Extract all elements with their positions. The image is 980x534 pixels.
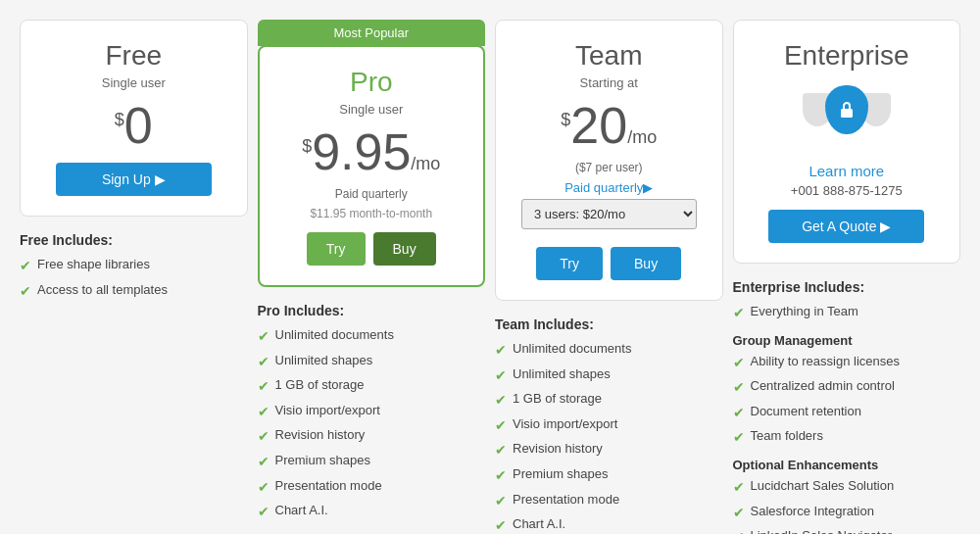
list-item: ✔Everything in Team — [733, 303, 961, 323]
free-plan-card: Free Single user $0 Sign Up ▶ — [20, 20, 248, 217]
check-icon: ✔ — [258, 403, 270, 422]
free-signup-button[interactable]: Sign Up ▶ — [56, 163, 212, 196]
enterprise-plan-card: Enterprise Learn more +001 888-875-1275 … — [733, 20, 961, 264]
check-icon: ✔ — [495, 366, 507, 386]
check-icon: ✔ — [258, 427, 270, 447]
pro-plan-name: Pro — [275, 67, 468, 98]
free-includes-title: Free Includes: — [20, 232, 248, 248]
check-icon: ✔ — [495, 466, 507, 486]
pro-buy-button[interactable]: Buy — [373, 232, 436, 266]
enterprise-plan-name: Enterprise — [750, 40, 945, 72]
team-plan-card: Team Starting at $20/mo ($7 per user) Pa… — [495, 20, 723, 301]
check-icon: ✔ — [733, 378, 745, 398]
check-icon: ✔ — [733, 478, 745, 498]
list-item: ✔Revision history — [495, 440, 723, 461]
list-item: ✔Unlimited shapes — [258, 352, 486, 372]
most-popular-badge: Most Popular — [258, 20, 486, 46]
pro-plan-price: $9.95/mo — [275, 126, 468, 177]
team-paid-quarterly: Paid quarterly▶ — [512, 180, 707, 195]
optional-enhancements-title: Optional Enhancements — [733, 458, 961, 472]
check-icon: ✔ — [733, 504, 745, 523]
team-plan-wrapper: Team Starting at $20/mo ($7 per user) Pa… — [495, 20, 723, 534]
list-item: ✔Team folders — [733, 427, 961, 448]
check-icon: ✔ — [495, 341, 507, 361]
check-icon: ✔ — [495, 492, 507, 511]
enterprise-includes-title: Enterprise Includes: — [733, 279, 961, 295]
team-includes-title: Team Includes: — [495, 316, 723, 332]
free-plan-price: $0 — [36, 100, 231, 151]
free-features: Free Includes: ✔ Free shape libraries ✔ … — [20, 232, 248, 306]
check-icon: ✔ — [20, 257, 31, 276]
check-icon: ✔ — [733, 528, 745, 534]
check-icon: ✔ — [258, 453, 270, 472]
list-item: ✔LinkedIn Sales Navigator — [733, 527, 961, 534]
list-item: ✔Ability to reassign licenses — [733, 353, 961, 373]
list-item: ✔Chart A.I. — [258, 502, 486, 522]
list-item: ✔1 GB of storage — [258, 376, 486, 397]
free-plan-name: Free — [36, 40, 231, 72]
list-item: ✔Premium shapes — [258, 452, 486, 472]
team-features: Team Includes: ✔Unlimited documents ✔Unl… — [495, 316, 723, 534]
enterprise-shield-icon — [825, 85, 868, 134]
check-icon: ✔ — [495, 441, 507, 461]
list-item: ✔Visio import/export — [495, 415, 723, 436]
list-item: ✔Presentation mode — [495, 491, 723, 511]
check-icon: ✔ — [258, 478, 270, 498]
free-price-symbol: $ — [115, 110, 124, 129]
list-item: ✔Unlimited documents — [258, 326, 486, 347]
pro-plan-wrapper: Most Popular Pro Single user $9.95/mo Pa… — [258, 20, 486, 527]
check-icon: ✔ — [733, 428, 745, 448]
pro-plan-subtitle: Single user — [275, 102, 468, 117]
list-item: ✔ Access to all templates — [20, 281, 248, 302]
team-plan-name: Team — [512, 40, 707, 72]
team-price-symbol: $ — [561, 110, 570, 129]
check-icon: ✔ — [495, 416, 507, 436]
enterprise-learn-more-link[interactable]: Learn more — [750, 163, 945, 179]
check-icon: ✔ — [733, 304, 745, 323]
list-item: ✔Revision history — [258, 426, 486, 447]
free-plan-subtitle: Single user — [36, 75, 231, 90]
pricing-container: Free Single user $0 Sign Up ▶ Free Inclu… — [20, 20, 960, 534]
pro-features: Pro Includes: ✔Unlimited documents ✔Unli… — [258, 303, 486, 527]
pro-includes-title: Pro Includes: — [258, 303, 486, 318]
check-icon: ✔ — [733, 354, 745, 373]
pro-price-symbol: $ — [302, 136, 312, 156]
check-icon: ✔ — [258, 503, 270, 522]
enterprise-phone: +001 888-875-1275 — [750, 183, 945, 198]
lock-icon — [837, 99, 857, 121]
pro-try-button[interactable]: Try — [307, 232, 366, 266]
list-item: ✔Salesforce Integration — [733, 503, 961, 523]
users-select[interactable]: 3 users: $20/mo5 users: $35/mo10 users: … — [521, 199, 697, 229]
enterprise-plan-wrapper: Enterprise Learn more +001 888-875-1275 … — [733, 20, 961, 534]
pro-price-alt: $11.95 month-to-month — [275, 207, 468, 220]
svg-rect-0 — [841, 109, 853, 118]
check-icon: ✔ — [495, 516, 507, 534]
list-item: ✔Lucidchart Sales Solution — [733, 477, 961, 498]
list-item: ✔Document retention — [733, 403, 961, 423]
free-plan-wrapper: Free Single user $0 Sign Up ▶ Free Inclu… — [20, 20, 248, 306]
enterprise-quote-button[interactable]: Get A Quote ▶ — [768, 210, 924, 243]
check-icon: ✔ — [258, 353, 270, 372]
pro-plan-card: Pro Single user $9.95/mo Paid quarterly … — [258, 45, 486, 287]
list-item: ✔Unlimited documents — [495, 340, 723, 361]
enterprise-icon-area — [803, 85, 891, 149]
group-management-title: Group Management — [733, 333, 961, 348]
team-plan-price: $20/mo — [512, 100, 707, 151]
list-item: ✔Unlimited shapes — [495, 365, 723, 386]
list-item: ✔1 GB of storage — [495, 390, 723, 411]
list-item: ✔Chart A.I. — [495, 515, 723, 534]
team-try-button[interactable]: Try — [536, 247, 603, 280]
list-item: ✔Visio import/export — [258, 402, 486, 422]
team-buy-button[interactable]: Buy — [611, 247, 681, 280]
check-icon: ✔ — [733, 404, 745, 423]
check-icon: ✔ — [495, 391, 507, 411]
check-icon: ✔ — [258, 327, 270, 347]
pro-price-note: Paid quarterly — [275, 187, 468, 201]
team-plan-subtitle: Starting at — [512, 75, 707, 90]
enterprise-features: Enterprise Includes: ✔Everything in Team… — [733, 279, 961, 534]
team-price-note: ($7 per user) — [512, 161, 707, 174]
list-item: ✔Presentation mode — [258, 477, 486, 498]
list-item: ✔Centralized admin control — [733, 377, 961, 398]
list-item: ✔ Free shape libraries — [20, 256, 248, 276]
list-item: ✔Premium shapes — [495, 465, 723, 486]
